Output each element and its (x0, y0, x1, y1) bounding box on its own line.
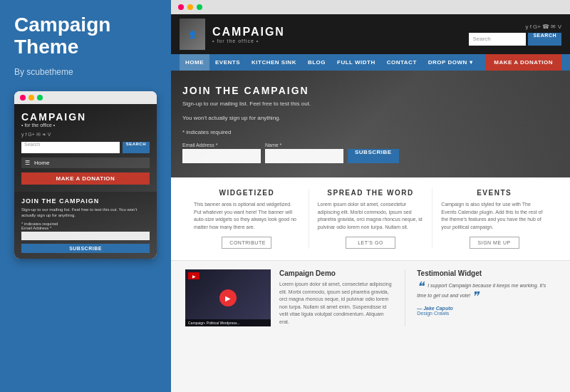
logo-text-area: CAMPAIGN • for the office • (212, 26, 285, 43)
left-panel: Campaign Theme By scubetheme CAMPAIGN • … (0, 0, 171, 392)
browser-dot-green (197, 4, 202, 10)
logo-image: 👤 (180, 19, 205, 50)
dot-yellow (28, 95, 34, 100)
feature-letsgo-button[interactable]: LET'S GO (346, 237, 395, 249)
mobile-search-button[interactable]: SEARCH (123, 142, 150, 153)
browser-dot-red (178, 4, 184, 10)
hero-form-row: Email Address * Name * SUBSCRIBE (182, 143, 559, 163)
nav-item-kitchen-sink[interactable]: KITCHEN SINK (246, 54, 302, 71)
testimonial-title: Testimonial Widget (417, 269, 556, 277)
site-header: 👤 CAMPAIGN • for the office • y f G+ ☎ ✉… (171, 14, 570, 54)
right-panel: 👤 CAMPAIGN • for the office • y f G+ ☎ ✉… (171, 0, 570, 392)
three-col-section: WIDGETIZED This banner area is optional … (171, 177, 570, 261)
mobile-email-label: Email Address * (21, 226, 150, 230)
mobile-campaign-section: JOIN THE CAMPAIGN Sign-up to our mailing… (14, 192, 157, 259)
feature-widgetized-text: This banner area is optional and widgeti… (194, 201, 300, 231)
hero-email-label: Email Address * (182, 143, 261, 148)
campaign-demo-section: Campaign Demo Lorem ipsum dolor sit amet… (279, 269, 393, 326)
hero-name-group: Name * (265, 143, 343, 163)
mobile-subscribe-button[interactable]: SUBSCRIBE (21, 244, 150, 253)
browser-bar (171, 0, 570, 14)
browser-dot-yellow (187, 4, 193, 10)
dot-red (20, 95, 26, 100)
content-area: WIDGETIZED This banner area is optional … (171, 177, 570, 392)
nav-item-events[interactable]: EVENTS (209, 54, 246, 71)
hero-text-2: You won't actually sign up for anything. (182, 114, 559, 123)
nav-item-dropdown[interactable]: DROP DOWN ▾ (423, 54, 478, 71)
close-quote-icon: ❞ (472, 289, 479, 304)
feature-contribute-button[interactable]: CONTRIBUTE (222, 237, 271, 249)
hero-content: JOIN THE CAMPAIGN Sign-up to our mailing… (182, 85, 559, 163)
mobile-campaign-heading: JOIN THE CAMPAIGN (21, 197, 150, 205)
hero-required-note: * indicates required (182, 128, 559, 137)
site-logo-area: 👤 CAMPAIGN • for the office • (180, 19, 285, 50)
feature-col-spread: SPREAD THE WORD Lorem ipsum dolor sit am… (309, 189, 433, 249)
feature-events-text: Campaign is also styled for use with The… (441, 201, 547, 231)
video-thumbnail[interactable]: ▶ Campaign- Political Wordpress... ▶ (185, 269, 271, 326)
mobile-donate-button[interactable]: MAKE A DONATION (21, 172, 150, 185)
mobile-campaign-text: Sign-up to our mailing list. Feel free t… (21, 207, 150, 219)
hero-email-input[interactable] (182, 149, 261, 163)
mobile-social-icons: y f G+ ✉ ❧ V (21, 132, 150, 138)
hero-email-group: Email Address * (182, 143, 261, 163)
open-quote-icon: ❝ (417, 279, 428, 294)
site-social-icons: y f G+ ☎ ✉ V (525, 24, 561, 30)
feature-signmeup-button[interactable]: SIGN ME UP (470, 237, 519, 249)
hero-text-1: Sign-up to our mailing list. Feel free t… (182, 100, 559, 108)
author-credit: By scubetheme (14, 67, 157, 77)
campaign-demo-title: Campaign Demo (279, 269, 393, 277)
browser-dots (14, 91, 157, 104)
mobile-hero-section: CAMPAIGN • for the office • y f G+ ✉ ❧ V… (14, 104, 157, 192)
site-search-row: Search SEARCH (469, 33, 561, 46)
nav-item-blog[interactable]: BLOG (302, 54, 331, 71)
feature-spread-text: Lorem ipsum dolor sit amet, consectetur … (318, 201, 424, 231)
theme-subtitle: Theme (14, 36, 157, 58)
mobile-menu-label[interactable]: Home (34, 160, 49, 166)
site-logo-tagline: • for the office • (212, 38, 285, 43)
feature-events-title: EVENTS (441, 189, 547, 197)
search-placeholder-text: Search (472, 36, 490, 42)
mobile-email-input[interactable] (21, 232, 150, 240)
testimonial-quote-text: I support Campaign because it keeps me w… (417, 283, 546, 298)
site-search-button[interactable]: SEARCH (528, 33, 561, 46)
testimonial-section: Testimonial Widget ❝ I support Campaign … (405, 269, 556, 326)
mobile-search-input[interactable]: Search (21, 142, 120, 153)
mobile-preview-card: CAMPAIGN • for the office • y f G+ ✉ ❧ V… (14, 91, 157, 259)
nav-item-full-width[interactable]: FULL WIDTH (331, 54, 381, 71)
site-hero: JOIN THE CAMPAIGN Sign-up to our mailing… (171, 71, 570, 177)
nav-item-home[interactable]: HOME (180, 54, 209, 71)
hero-heading: JOIN THE CAMPAIGN (182, 85, 559, 96)
site-donate-button[interactable]: MAKE A DONATION (485, 54, 561, 71)
feature-spread-title: SPREAD THE WORD (318, 189, 424, 197)
hero-name-label: Name * (265, 143, 343, 148)
hero-subscribe-button[interactable]: SUBSCRIBE (348, 149, 399, 163)
bottom-left-section: ▶ Campaign- Political Wordpress... ▶ Cam… (185, 269, 405, 326)
mobile-menu-row: ☰ Home (21, 158, 150, 168)
site-nav: HOME EVENTS KITCHEN SINK BLOG FULL WIDTH… (171, 54, 570, 71)
site-search-input[interactable]: Search (469, 33, 526, 46)
hero-name-input[interactable] (265, 149, 343, 163)
theme-name: Campaign (14, 14, 157, 36)
site-header-right: y f G+ ☎ ✉ V Search SEARCH (469, 24, 561, 46)
two-col-section: ▶ Campaign- Political Wordpress... ▶ Cam… (171, 261, 570, 335)
feature-col-widgetized: WIDGETIZED This banner area is optional … (185, 189, 309, 249)
nav-item-contact[interactable]: CONTACT (381, 54, 423, 71)
dot-green (37, 95, 43, 100)
theme-title: Campaign Theme (14, 14, 157, 58)
video-title-bar: Campaign- Political Wordpress... (185, 319, 271, 326)
mobile-site-title: CAMPAIGN (21, 111, 150, 123)
campaign-demo-text: Lorem ipsum dolor sit amet, consectetur … (279, 281, 393, 326)
play-button[interactable]: ▶ (219, 289, 237, 306)
mobile-menu-icon: ☰ (25, 160, 30, 166)
youtube-icon: ▶ (188, 272, 200, 279)
mobile-search-row: Search SEARCH (21, 142, 150, 153)
testimonial-author: — Jake Caputo (417, 306, 556, 311)
feature-col-events: EVENTS Campaign is also styled for use w… (432, 189, 556, 249)
testimonial-author-label: Design Crawls (417, 311, 556, 316)
site-logo-text: CAMPAIGN (212, 26, 285, 38)
desktop-preview: 👤 CAMPAIGN • for the office • y f G+ ☎ ✉… (171, 14, 570, 392)
mobile-site-tagline: • for the office • (21, 123, 150, 128)
feature-widgetized-title: WIDGETIZED (194, 189, 300, 197)
testimonial-quote: ❝ I support Campaign because it keeps me… (417, 282, 556, 302)
